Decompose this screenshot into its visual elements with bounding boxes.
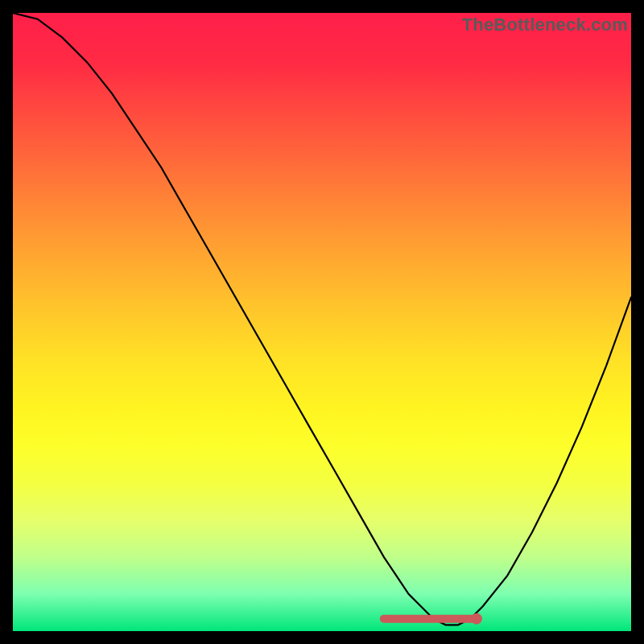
chart-frame: TheBottleneck.com [13, 13, 631, 631]
bottleneck-curve [13, 13, 631, 625]
curve-layer [13, 13, 631, 631]
optimum-point-marker [471, 613, 482, 625]
